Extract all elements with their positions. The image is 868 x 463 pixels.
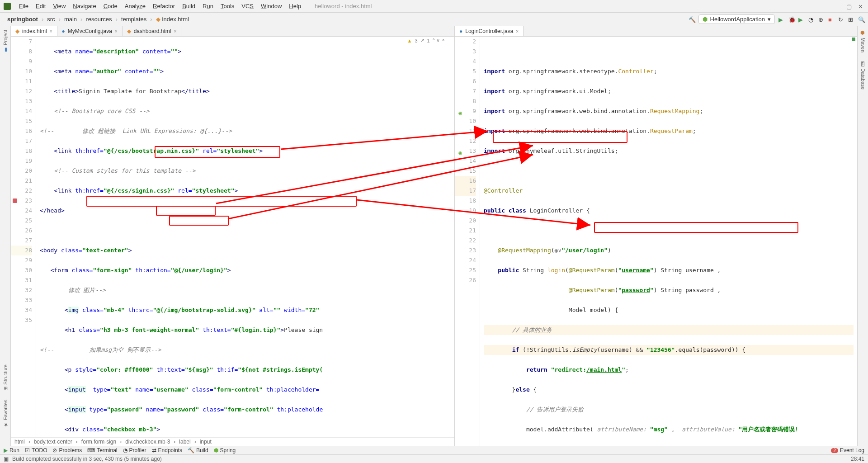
- crumb-form[interactable]: form.form-sign: [81, 439, 116, 445]
- todo-icon: ☑: [25, 447, 30, 454]
- crumb-html[interactable]: html: [14, 439, 25, 445]
- sidebar-project[interactable]: ▮ Project: [2, 30, 8, 53]
- build-icon[interactable]: 🔨: [689, 16, 695, 23]
- right-tool-sidebar: ⬢ Maven 🗄 Database: [857, 26, 868, 446]
- crumb-project[interactable]: springboot: [4, 15, 42, 24]
- crumb-main[interactable]: main: [61, 15, 80, 24]
- tool-terminal[interactable]: ⌨Terminal: [87, 447, 117, 454]
- spring-icon: ⬢: [214, 447, 218, 454]
- endpoints-icon: ⇄: [152, 447, 156, 454]
- terminal-icon: ⌨: [87, 447, 95, 454]
- left-tool-sidebar: ▮ Project ⊞ Structure ★ Favorites: [0, 26, 11, 446]
- tool-problems[interactable]: ⊘Problems: [52, 447, 82, 454]
- crumb-div[interactable]: div.checkbox.mb-3: [125, 439, 170, 445]
- request-icon[interactable]: ◉: [456, 148, 462, 154]
- chevron-down-icon: ▾: [768, 16, 771, 23]
- tab-close-icon[interactable]: ×: [115, 29, 118, 34]
- left-tabs: ◆index.html× ●MyMvcConfig.java× ◆dashboa…: [11, 26, 454, 37]
- tab-close-icon[interactable]: ×: [174, 29, 176, 34]
- menu-navigate[interactable]: Navigate: [70, 2, 99, 10]
- html-file-icon: ◆: [127, 28, 131, 34]
- event-log[interactable]: 2 Event Log: [831, 447, 864, 454]
- stop-icon[interactable]: ■: [828, 16, 835, 23]
- crumb-body[interactable]: body.text-center: [34, 439, 72, 445]
- spring-icon: ⬢: [703, 16, 708, 23]
- status-bar: ▣ Build completed successfully in 3 sec,…: [0, 454, 868, 463]
- tool-todo[interactable]: ☑TODO: [25, 447, 47, 454]
- menu-file[interactable]: FFileile: [16, 2, 31, 10]
- tool-spring[interactable]: ⬢Spring: [214, 447, 236, 454]
- menu-run[interactable]: Run: [200, 2, 216, 10]
- structure-icon[interactable]: ⊞: [848, 16, 854, 23]
- crumb-input[interactable]: input: [200, 439, 212, 445]
- tab-mymvcconfig[interactable]: ●MyMvcConfig.java×: [57, 26, 123, 36]
- crumb-src[interactable]: src: [43, 15, 58, 24]
- maximize-icon[interactable]: ▢: [846, 3, 853, 9]
- right-gutter: 2345678◉9101112◉131415161718192021222324…: [455, 37, 480, 446]
- error-badge: 2: [831, 448, 838, 453]
- problems-icon: ⊘: [52, 447, 57, 454]
- tool-run[interactable]: ▶Run: [4, 447, 19, 454]
- crumb-templates[interactable]: templates: [118, 15, 150, 24]
- menu-build[interactable]: Build: [179, 2, 198, 10]
- editor-area: ◆index.html× ●MyMvcConfig.java× ◆dashboa…: [11, 26, 857, 446]
- sidebar-favorites[interactable]: ★ Favorites: [2, 400, 8, 428]
- tab-close-icon[interactable]: ×: [516, 29, 519, 34]
- left-editor-pane: ◆index.html× ●MyMvcConfig.java× ◆dashboa…: [11, 26, 455, 446]
- menu-window[interactable]: Window: [258, 2, 284, 10]
- menu-refactor[interactable]: Refactor: [150, 2, 178, 10]
- html-file-icon: ◆: [156, 16, 160, 23]
- sidebar-structure[interactable]: ⊞ Structure: [2, 364, 8, 391]
- bean-icon[interactable]: ◉: [456, 108, 462, 114]
- window-title: helloword - index.html: [315, 3, 372, 9]
- profiler-icon: ◔: [123, 447, 127, 454]
- menu-help[interactable]: Help: [286, 2, 304, 10]
- menu-edit[interactable]: Edit: [33, 2, 48, 10]
- profiler-icon[interactable]: ◔: [808, 16, 815, 23]
- crumb-resources[interactable]: resources: [82, 15, 115, 24]
- menu-tools[interactable]: Tools: [218, 2, 237, 10]
- right-code[interactable]: 2345678◉9101112◉131415161718192021222324…: [455, 37, 857, 446]
- run-config-selector[interactable]: ⬢ HellowordApplication ▾: [698, 14, 775, 24]
- left-code-content[interactable]: <meta name="description" content=""> <me…: [36, 37, 454, 437]
- menu-vcs[interactable]: VCS: [239, 2, 256, 10]
- html-file-icon: ◆: [15, 28, 19, 34]
- bottom-toolbar: ▶Run ☑TODO ⊘Problems ⌨Terminal ◔Profiler…: [0, 446, 868, 454]
- run-icon[interactable]: ▶: [778, 16, 785, 23]
- right-tabs: ●LoginController.java×: [455, 26, 857, 37]
- menu-code[interactable]: Code: [101, 2, 120, 10]
- update-icon[interactable]: ↻: [838, 16, 844, 23]
- right-editor-pane: ●LoginController.java× 2345678◉9101112◉1…: [455, 26, 857, 446]
- menu-analyze[interactable]: Analyze: [122, 2, 148, 10]
- tab-close-icon[interactable]: ×: [50, 29, 52, 34]
- tool-profiler[interactable]: ◔Profiler: [123, 447, 146, 454]
- cursor-position[interactable]: 28:41: [851, 456, 864, 462]
- tool-build[interactable]: 🔨Build: [188, 447, 208, 454]
- close-icon[interactable]: ✕: [858, 3, 864, 9]
- debug-icon[interactable]: 🐞: [788, 16, 795, 23]
- java-class-icon: ●: [459, 28, 462, 34]
- app-logo: [4, 3, 11, 10]
- nav-toolbar: springboot › src › main › resources › te…: [0, 13, 868, 26]
- tab-index-html[interactable]: ◆index.html×: [11, 26, 57, 36]
- hide-tool-icon[interactable]: ▣: [4, 456, 9, 462]
- attach-icon[interactable]: ⊕: [818, 16, 825, 23]
- search-icon[interactable]: 🔍: [858, 16, 864, 23]
- editor-breadcrumb: html › body.text-center › form.form-sign…: [11, 437, 454, 446]
- crumb-label[interactable]: label: [179, 439, 190, 445]
- left-gutter: 7891011121314151617181920212223242526272…: [11, 37, 36, 437]
- right-code-content[interactable]: import org.springframework.stereotype.Co…: [480, 37, 857, 446]
- coverage-icon[interactable]: ▶: [798, 16, 805, 23]
- status-message: Build completed successfully in 3 sec, 4…: [12, 456, 162, 462]
- minimize-icon[interactable]: —: [835, 3, 841, 9]
- sidebar-maven[interactable]: ⬢ Maven: [860, 30, 866, 52]
- left-code[interactable]: 7891011121314151617181920212223242526272…: [11, 37, 454, 437]
- run-icon: ▶: [4, 447, 8, 454]
- crumb-file[interactable]: ◆ index.html: [152, 15, 193, 24]
- tool-endpoints[interactable]: ⇄Endpoints: [152, 447, 182, 454]
- menu-view[interactable]: View: [50, 2, 68, 10]
- tab-logincontroller[interactable]: ●LoginController.java×: [455, 26, 524, 36]
- breakpoint-icon[interactable]: [13, 198, 17, 203]
- tab-dashboard[interactable]: ◆dashboard.html×: [123, 26, 182, 36]
- sidebar-database[interactable]: 🗄 Database: [860, 61, 866, 90]
